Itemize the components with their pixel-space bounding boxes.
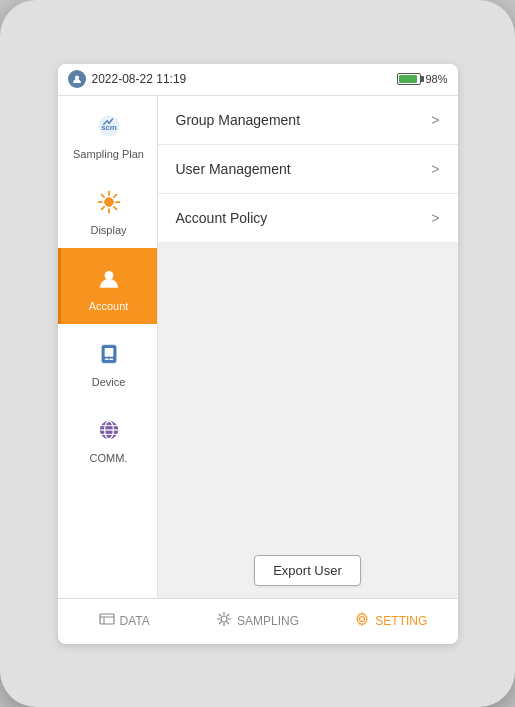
menu-item-user-management[interactable]: User Management >: [158, 145, 458, 194]
sidebar-display-label: Display: [90, 224, 126, 236]
data-nav-icon: [99, 611, 115, 631]
sidebar-account-label: Account: [89, 300, 129, 312]
menu-list: Group Management > User Management > Acc…: [158, 96, 458, 538]
export-user-button[interactable]: Export User: [254, 555, 361, 586]
svg-line-10: [113, 194, 116, 197]
menu-item-account-policy-label: Account Policy: [176, 210, 268, 226]
sidebar-comm-label: COMM.: [90, 452, 128, 464]
sampling-nav-icon: [216, 611, 232, 631]
sampling-plan-icon: scm: [91, 108, 127, 144]
battery-fill: [399, 75, 417, 83]
battery-container: 98%: [397, 73, 447, 85]
svg-point-25: [221, 616, 227, 622]
svg-line-8: [101, 194, 104, 197]
svg-line-11: [101, 206, 104, 209]
right-panel-bottom: Export User: [158, 538, 458, 598]
nav-item-sampling[interactable]: SAMPLING: [191, 599, 324, 644]
nav-item-data[interactable]: DATA: [58, 599, 191, 644]
svg-point-34: [360, 617, 365, 622]
display-icon: [91, 184, 127, 220]
bottom-nav: DATA SAMPLING: [58, 598, 458, 644]
sidebar-item-device[interactable]: Device: [58, 324, 157, 400]
user-avatar: [68, 70, 86, 88]
menu-item-group-management[interactable]: Group Management >: [158, 96, 458, 145]
battery-percent: 98%: [425, 73, 447, 85]
svg-line-9: [113, 206, 116, 209]
menu-item-user-management-label: User Management: [176, 161, 291, 177]
svg-line-31: [227, 622, 229, 624]
menu-item-group-management-arrow: >: [431, 112, 439, 128]
main-content: scm Sampling Plan: [58, 96, 458, 598]
status-bar: 2022-08-22 11:19 98%: [58, 64, 458, 96]
sidebar-item-display[interactable]: Display: [58, 172, 157, 248]
svg-line-33: [219, 622, 221, 624]
svg-point-0: [75, 76, 79, 80]
battery-icon: [397, 73, 421, 85]
nav-setting-label: SETTING: [375, 614, 427, 628]
screen: 2022-08-22 11:19 98% scm: [58, 64, 458, 644]
sidebar-item-sampling-plan[interactable]: scm Sampling Plan: [58, 96, 157, 172]
menu-item-user-management-arrow: >: [431, 161, 439, 177]
svg-rect-22: [100, 614, 114, 624]
sidebar-sampling-plan-label: Sampling Plan: [73, 148, 144, 160]
setting-nav-icon: [354, 611, 370, 631]
sidebar-item-account[interactable]: Account: [58, 248, 157, 324]
device-frame: 2022-08-22 11:19 98% scm: [0, 0, 515, 707]
menu-item-account-policy-arrow: >: [431, 210, 439, 226]
comm-icon: [91, 412, 127, 448]
right-panel: Group Management > User Management > Acc…: [158, 96, 458, 598]
menu-item-account-policy[interactable]: Account Policy >: [158, 194, 458, 243]
svg-line-32: [227, 614, 229, 616]
svg-point-3: [104, 197, 113, 206]
nav-data-label: DATA: [120, 614, 150, 628]
status-time: 2022-08-22 11:19: [92, 72, 398, 86]
sidebar-device-label: Device: [92, 376, 126, 388]
sidebar: scm Sampling Plan: [58, 96, 158, 598]
device-icon: [91, 336, 127, 372]
nav-sampling-label: SAMPLING: [237, 614, 299, 628]
sidebar-item-comm[interactable]: COMM.: [58, 400, 157, 476]
svg-point-12: [104, 271, 113, 280]
menu-item-group-management-label: Group Management: [176, 112, 301, 128]
svg-line-30: [219, 614, 221, 616]
svg-rect-14: [104, 347, 113, 356]
nav-item-setting[interactable]: SETTING: [324, 599, 457, 644]
account-icon: [91, 260, 127, 296]
